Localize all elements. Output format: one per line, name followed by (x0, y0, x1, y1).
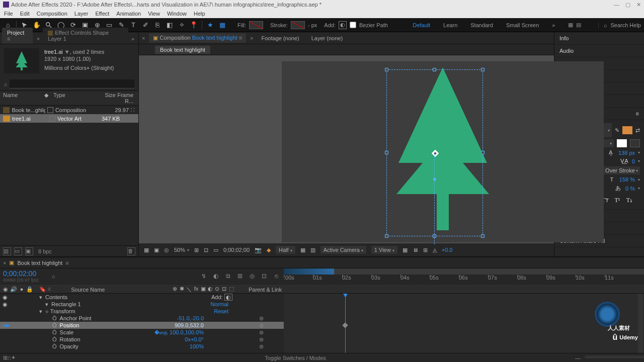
channel-icon[interactable]: ▣ (154, 247, 159, 253)
zoom-dropdown[interactable]: 50%▾ (174, 247, 189, 253)
stopwatch-icon[interactable]: Ò (52, 343, 57, 349)
stroke-label[interactable]: Stroke: (270, 22, 288, 28)
tab-footage[interactable]: Footage (none) (258, 34, 303, 43)
layer-property-row[interactable]: ÒAnchor Point-51.0,-20.0⊚ (0, 315, 284, 322)
stroke-swatch[interactable] (291, 21, 305, 29)
twirl-icon[interactable]: ▾ (45, 301, 48, 308)
menu-composition[interactable]: Composition (37, 11, 67, 17)
scrollbar[interactable] (638, 294, 643, 353)
keyframe-nav[interactable]: ◂◆▸ (2, 323, 11, 328)
no-color-swatch[interactable] (630, 139, 640, 147)
zoom-out-icon[interactable]: — (575, 355, 581, 361)
menu-animation[interactable]: Animation (116, 11, 141, 17)
fill-color-swatch[interactable] (622, 126, 632, 134)
layer-property-row[interactable]: ◂◆▸ ÒPosition909.0,532.0⊚ (0, 322, 284, 329)
tracking-value[interactable]: 0 (632, 158, 635, 164)
layer-outline[interactable]: ◉▾ContentsAdd: ◐◉▾Rectangle 1Normal▾⟐ Tr… (0, 294, 284, 353)
stopwatch-icon[interactable]: Ò (52, 329, 57, 335)
mask-icon[interactable]: ◎ (164, 247, 169, 253)
panel-close-icon[interactable]: × (250, 35, 253, 41)
menu-window[interactable]: Window (167, 11, 187, 17)
pickwhip-icon[interactable]: ⊚ (259, 343, 264, 350)
pickwhip-icon[interactable]: ⊚ (259, 329, 264, 336)
tab-effect-controls[interactable]: Effect Controls Shape Layer 1 (43, 28, 128, 44)
workspace-standard[interactable]: Standard (470, 22, 493, 28)
shy-icon[interactable]: ⧉ (223, 273, 232, 280)
panel-close-icon[interactable]: × (3, 260, 6, 266)
stroke-width[interactable]: - px (308, 22, 317, 28)
layer-property-row[interactable]: ◉▾ContentsAdd: ◐ (0, 294, 284, 301)
eyedropper-icon[interactable]: ✎ (615, 127, 619, 134)
guides-icon[interactable]: ▥ (310, 247, 315, 253)
minimize-icon[interactable]: — (614, 2, 619, 8)
close-icon[interactable]: ✕ (636, 2, 641, 8)
eraser-tool-icon[interactable]: ◧ (165, 20, 175, 30)
parent-col[interactable]: Parent & Link (249, 287, 282, 293)
color-mgmt-icon[interactable]: ◆ (267, 247, 271, 253)
trash-icon[interactable]: 🗑 (127, 247, 135, 255)
hand-tool-icon[interactable]: ✋ (32, 20, 42, 30)
twirl-icon[interactable]: ▾ (39, 308, 42, 315)
source-name-col[interactable]: Source Name (71, 287, 105, 293)
current-timecode[interactable]: 0;00;02;00 (3, 269, 39, 278)
timeline-tab[interactable]: Book text highlight (17, 260, 62, 266)
keyframe-icon[interactable] (342, 322, 348, 328)
motion-blur-icon[interactable]: ◎ (248, 273, 257, 280)
menu-view[interactable]: View (148, 11, 160, 17)
toolbar-menu-icon[interactable]: ▤ (576, 22, 581, 28)
panel-menu-icon[interactable]: » (129, 34, 136, 44)
tsume-value[interactable]: 0 % (625, 186, 635, 192)
roto-tool-icon[interactable]: ✧ (177, 20, 187, 30)
audio-col-icon[interactable]: 🔊 (10, 286, 17, 293)
pickwhip-icon[interactable]: ⊚ (259, 315, 264, 322)
menu-help[interactable]: Help (194, 11, 205, 17)
view-dropdown[interactable]: 1 View ▾ (371, 246, 397, 254)
stopwatch-icon[interactable]: Ò (52, 336, 57, 342)
new-comp-icon[interactable]: ▣ (25, 247, 33, 255)
snap-star-icon[interactable]: ★ (205, 20, 215, 30)
clone-tool-icon[interactable]: ⎘ (152, 20, 163, 30)
toggle-switches[interactable]: Toggle Switches / Modes (265, 355, 326, 361)
brainstorm-icon[interactable]: ⎋ (272, 273, 281, 280)
pickwhip-icon[interactable]: ⊚ (259, 336, 264, 343)
res-icon[interactable]: ⊞ (194, 247, 199, 253)
brainstorm2-icon[interactable]: ✦ (11, 354, 16, 361)
comp-mini-flowchart-icon[interactable]: ↯ (199, 273, 208, 280)
exposure-value[interactable]: +0.0 (442, 247, 453, 253)
roi-icon[interactable]: ⊡ (204, 247, 208, 253)
brush-tool-icon[interactable]: ✐ (140, 20, 150, 30)
tab-layer[interactable]: Layer (none) (307, 34, 347, 43)
workspace-small-screen[interactable]: Small Screen (506, 22, 539, 28)
menu-effect[interactable]: Effect (95, 11, 109, 17)
current-time[interactable]: 0;00;02;00 (223, 247, 250, 253)
bpc-toggle[interactable]: 8 bpc (38, 248, 52, 254)
pickwhip-icon[interactable]: ⊚ (259, 322, 264, 329)
timeline-search-icon[interactable]: ⌕ (52, 273, 55, 279)
maximize-icon[interactable]: ▢ (625, 2, 630, 8)
panel-info[interactable]: Info (554, 32, 644, 45)
new-folder-icon[interactable]: ▭ (14, 247, 22, 255)
camera-dropdown[interactable]: Active Camera ▾ (320, 246, 366, 254)
tab-composition[interactable]: ▣ Composition Book text highlight ≡ (149, 33, 246, 43)
grid-icon[interactable]: ▦ (300, 247, 305, 253)
add-menu-icon[interactable]: ◐ (339, 21, 347, 29)
lock-col-icon[interactable]: 🔒 (26, 286, 33, 293)
swap-colors-icon[interactable]: ⇄ (635, 127, 640, 134)
resolution-dropdown[interactable]: Half ▾ (276, 246, 295, 254)
menu-edit[interactable]: Edit (20, 11, 30, 17)
bezier-checkbox[interactable] (350, 22, 356, 28)
snapshot-icon[interactable]: 📷 (255, 247, 262, 253)
project-item[interactable]: Book te...ghlightComposition29.97 ⸬ (0, 106, 138, 114)
fill-label[interactable]: Fill: (237, 22, 246, 28)
stopwatch-icon[interactable]: Ò (52, 315, 57, 321)
expand-icon[interactable]: ⊞ (3, 354, 8, 361)
layer-property-row[interactable]: ◉▾Rectangle 1Normal (0, 301, 284, 308)
search-help-input[interactable]: Search Help (610, 22, 641, 28)
flowchart-chip[interactable]: Book text highlight (155, 46, 210, 54)
composition-viewer[interactable] (139, 55, 554, 243)
frame-blend-icon[interactable]: ⊞ (235, 273, 245, 280)
graph-editor-icon[interactable]: ⊡ (260, 273, 269, 280)
draft3d-icon[interactable]: ◐ (211, 273, 220, 280)
render-icon[interactable]: ⎍ (8, 355, 11, 361)
layer-property-row[interactable]: ÒRotation0x+0.0°⊚ (0, 336, 284, 343)
